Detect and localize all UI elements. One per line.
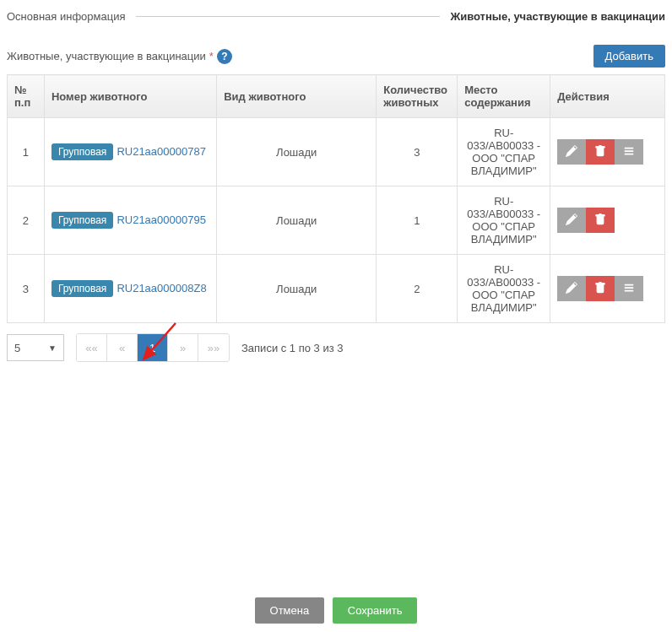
page-size-value: 5: [14, 342, 20, 354]
cell-qty: 2: [377, 255, 458, 323]
cell-place: RU-033/AB00033 - ООО "СПАР ВЛАДИМИР": [458, 255, 550, 323]
pager-prev[interactable]: «: [107, 334, 138, 361]
cell-idx: 2: [8, 186, 45, 255]
cell-actions: [550, 186, 665, 255]
edit-button[interactable]: [557, 139, 586, 165]
animals-table: № п.п Номер животного Вид животного Коли…: [7, 74, 665, 323]
section-header: Животные, участвующие в вакцинации * ? Д…: [7, 45, 665, 68]
delete-button[interactable]: [586, 276, 615, 301]
help-icon[interactable]: ?: [217, 49, 232, 64]
pencil-icon: [566, 213, 577, 228]
th-number: Номер животного: [44, 75, 216, 118]
cell-place: RU-033/AB00033 - ООО "СПАР ВЛАДИМИР": [458, 186, 550, 255]
pager-first[interactable]: ««: [77, 334, 107, 361]
cell-number: ГрупповаяRU21aa00000795: [44, 186, 216, 255]
section-title: Животные, участвующие в вакцинации: [7, 50, 206, 62]
cell-place: RU-033/AB00033 - ООО "СПАР ВЛАДИМИР": [458, 118, 550, 186]
group-badge: Групповая: [51, 212, 113, 229]
cell-kind: Лошади: [217, 186, 377, 255]
th-idx: № п.п: [8, 75, 45, 118]
edit-button[interactable]: [557, 276, 586, 301]
cell-actions: [550, 118, 665, 186]
animal-number-link[interactable]: RU21aa00000787: [117, 145, 206, 158]
page-size-select[interactable]: 5 ▼: [7, 334, 64, 361]
cell-actions: [550, 255, 665, 323]
trash-icon: [594, 282, 606, 296]
animal-number-link[interactable]: RU21aa00000795: [117, 213, 206, 226]
th-qty: Количество животных: [377, 75, 458, 118]
cell-kind: Лошади: [217, 255, 377, 323]
th-kind: Вид животного: [217, 75, 377, 118]
trash-icon: [594, 145, 606, 159]
group-badge: Групповая: [51, 143, 113, 160]
cell-qty: 3: [377, 118, 458, 186]
tab-divider: [136, 16, 441, 17]
cell-kind: Лошади: [217, 118, 377, 186]
cell-number: ГрупповаяRU21aa000008Z8: [44, 255, 216, 323]
pager-page-1[interactable]: 1: [138, 334, 168, 361]
list-button[interactable]: [615, 139, 643, 165]
table-row: 1ГрупповаяRU21aa00000787Лошади3RU-033/AB…: [8, 118, 665, 186]
pager-next[interactable]: »: [168, 334, 198, 361]
pager-last[interactable]: »»: [198, 334, 229, 361]
edit-button[interactable]: [557, 208, 586, 233]
pager: «« « 1 » »»: [76, 333, 230, 362]
th-actions: Действия: [550, 75, 665, 118]
delete-button[interactable]: [586, 208, 615, 233]
table-footer: 5 ▼ «« « 1 » »» Записи с 1 по 3 из 3: [7, 333, 665, 362]
list-button[interactable]: [615, 276, 643, 301]
pencil-icon: [566, 282, 577, 296]
cell-idx: 3: [8, 255, 45, 323]
cell-idx: 1: [8, 118, 45, 186]
cell-number: ГрупповаяRU21aa00000787: [44, 118, 216, 186]
list-icon: [623, 145, 635, 159]
table-row: 2ГрупповаяRU21aa00000795Лошади1RU-033/AB…: [8, 186, 665, 255]
add-button[interactable]: Добавить: [593, 45, 665, 68]
tabs-row: Основная информация Животные, участвующи…: [7, 7, 665, 26]
required-mark: *: [209, 50, 214, 62]
tab-main-info[interactable]: Основная информация: [7, 7, 126, 26]
caret-down-icon: ▼: [48, 343, 57, 353]
tab-animals[interactable]: Животные, участвующие в вакцинации: [450, 7, 665, 26]
delete-button[interactable]: [586, 139, 615, 165]
trash-icon: [594, 213, 606, 228]
group-badge: Групповая: [51, 280, 113, 297]
animal-number-link[interactable]: RU21aa000008Z8: [117, 282, 206, 294]
table-row: 3ГрупповаяRU21aa000008Z8Лошади2RU-033/AB…: [8, 255, 665, 323]
cell-qty: 1: [377, 186, 458, 255]
list-icon: [623, 282, 635, 296]
th-place: Место содержания: [458, 75, 550, 118]
pencil-icon: [566, 145, 577, 159]
records-info: Записи с 1 по 3 из 3: [241, 342, 344, 354]
